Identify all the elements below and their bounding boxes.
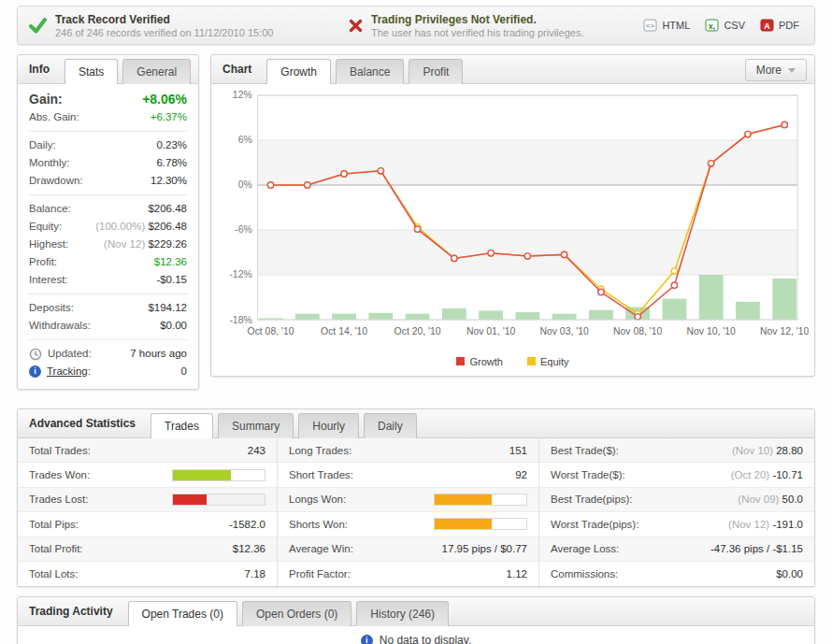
svg-text:<>: <>: [646, 21, 655, 30]
more-button[interactable]: More: [745, 59, 807, 81]
tracking-link[interactable]: Tracking: [47, 365, 88, 377]
stat-value: 7.18: [245, 568, 265, 580]
data-point-growth: [488, 250, 494, 256]
balance-value: $206.48: [148, 202, 187, 216]
export-csv-label: CSV: [724, 20, 745, 31]
stat-row: Worst Trade($):(Oct 20) -10.71: [539, 463, 814, 487]
data-point-growth: [635, 314, 640, 320]
stat-progress-bar: [434, 518, 527, 530]
export-html-button[interactable]: <> HTML: [643, 19, 690, 32]
divider: [29, 293, 187, 294]
stat-row: Average Loss:-47.36 pips / -$1.15: [539, 537, 814, 562]
volume-bar: [663, 299, 687, 320]
volume-bar: [552, 314, 577, 320]
stat-progress-bar: [172, 469, 265, 481]
html-icon: <>: [643, 19, 657, 32]
stat-progress-bar: [434, 494, 527, 506]
y-axis-label: -6%: [235, 224, 252, 235]
data-point-growth: [709, 161, 714, 166]
statistics-column-3: Best Trade($):(Nov 10) 28.80Worst Trade(…: [538, 438, 814, 586]
stat-row: Short Trades:92: [278, 463, 538, 487]
highest-value: (Nov 12) $229.26: [104, 237, 187, 251]
divider: [29, 194, 187, 195]
deposits-row: Deposits: $194.12: [29, 299, 187, 317]
info-icon: i: [29, 365, 41, 378]
tab-history[interactable]: History (246): [356, 601, 449, 626]
export-csv-button[interactable]: x, CSV: [705, 19, 745, 32]
data-point-growth: [341, 171, 347, 177]
data-point-growth: [452, 255, 457, 261]
stat-row: Trades Won:: [18, 463, 277, 487]
volume-bar: [589, 310, 613, 320]
tab-balance[interactable]: Balance: [336, 59, 404, 84]
growth-chart-svg: 12%6%0%-6%-12%-18%Oct 08, '10Oct 14, '10…: [215, 88, 809, 350]
stat-row: Long Trades:151: [278, 438, 538, 463]
tracking-value: 0: [181, 365, 187, 379]
privileges-title: Trading Privileges Not Verified.: [371, 13, 583, 26]
privileges-subtitle: The user has not verified his trading pr…: [371, 27, 583, 38]
tab-daily[interactable]: Daily: [364, 413, 417, 438]
withdrawals-label: Withdrawals:: [29, 319, 91, 333]
data-point-growth: [378, 168, 383, 174]
chart-panel: Chart Growth Balance Profit More 12%6%0%…: [210, 54, 815, 377]
x-axis-label: Nov 10, '10: [687, 326, 737, 336]
divider: [29, 339, 187, 340]
stat-progress-fill: [173, 494, 207, 505]
tab-hourly[interactable]: Hourly: [298, 413, 359, 438]
tab-open-trades[interactable]: Open Trades (0): [128, 601, 237, 626]
statistics-table: Total Trades:243Trades Won:Trades Lost:T…: [18, 438, 814, 586]
info-panel-title: Info: [29, 63, 50, 76]
track-record-subtitle: 246 of 246 records verified on 11/12/201…: [55, 27, 273, 38]
stat-label: Longs Won:: [289, 494, 346, 505]
chevron-down-icon: [788, 68, 796, 73]
stat-label: Total Lots:: [29, 568, 78, 580]
legend-label: Growth: [469, 356, 502, 367]
stat-progress-fill: [173, 470, 231, 480]
track-record-verified: Track Record Verified 246 of 246 records…: [29, 13, 349, 38]
data-point-growth: [305, 182, 310, 188]
export-pdf-label: PDF: [779, 20, 799, 31]
stat-value: -47.36 pips / -$1.15: [710, 543, 803, 554]
stat-value: 243: [248, 445, 265, 456]
stat-row: Trades Lost:: [18, 488, 277, 512]
volume-bar: [332, 314, 356, 320]
tab-profit[interactable]: Profit: [409, 59, 463, 84]
export-html-label: HTML: [662, 20, 690, 31]
tab-summary[interactable]: Summary: [218, 413, 294, 438]
daily-row: Daily: 0.23%: [29, 136, 187, 154]
y-axis-label: 12%: [233, 90, 252, 100]
tracking-row: i Tracking: 0: [29, 363, 187, 380]
abs-gain-label: Abs. Gain:: [29, 110, 79, 124]
tab-open-orders[interactable]: Open Orders (0): [242, 601, 351, 626]
x-axis-label: Nov 12, '10: [760, 326, 809, 336]
gain-label: Gain:: [29, 93, 63, 107]
stat-row: Best Trade($):(Nov 10) 28.80: [539, 438, 814, 463]
tab-trades[interactable]: Trades: [151, 413, 213, 438]
tab-growth[interactable]: Growth: [266, 59, 331, 84]
stat-label: Total Profit:: [29, 543, 83, 554]
stat-label: Total Trades:: [29, 445, 91, 456]
interest-label: Interest:: [29, 273, 68, 287]
tab-general[interactable]: General: [122, 59, 191, 84]
data-point-growth: [524, 253, 530, 259]
data-point-growth: [598, 289, 604, 294]
info-panel: Info Stats General Gain: +8.06% Abs. Gai…: [17, 54, 199, 390]
stat-row: Commissions:$0.00: [539, 562, 814, 586]
red-x-icon: [349, 19, 363, 33]
updated-row: Updated: 7 hours ago: [29, 345, 187, 363]
track-record-title: Track Record Verified: [55, 13, 273, 26]
updated-label: Updated:: [48, 347, 92, 361]
green-check-icon: [29, 18, 47, 34]
volume-bar: [442, 308, 466, 320]
profit-row: Profit: $12.36: [29, 253, 187, 271]
x-axis-label: Oct 20, '10: [394, 326, 441, 336]
stat-row: Total Trades:243: [18, 438, 277, 463]
export-pdf-button[interactable]: A PDF: [760, 19, 799, 32]
highest-label: Highest:: [29, 237, 68, 251]
tab-stats[interactable]: Stats: [65, 59, 118, 84]
stat-progress-fill: [435, 519, 492, 529]
stat-row: Profit Factor:1.12: [278, 562, 538, 586]
daily-label: Daily:: [29, 138, 56, 152]
stat-label: Best Trade($):: [551, 445, 619, 456]
stat-label: Worst Trade($):: [551, 469, 625, 480]
